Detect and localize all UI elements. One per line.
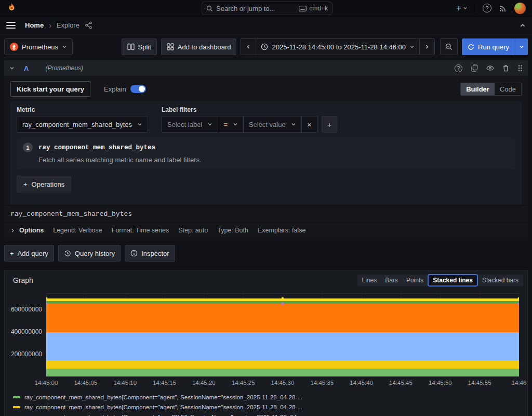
graph-panel: Graph LinesBarsPointsStacked linesStacke… (4, 270, 528, 416)
x-axis-label: 14:46 (512, 380, 527, 386)
series-band (46, 332, 519, 360)
query-row-header[interactable]: A (Prometheus) ? (4, 60, 528, 76)
legend-label: ray_component_mem_shared_bytes{Component… (24, 414, 304, 416)
explain-label: Explain (104, 85, 126, 93)
panel-title: Graph (13, 276, 33, 284)
view-mode-stacked-lines[interactable]: Stacked lines (429, 275, 477, 285)
option-summary-item: Step: auto (178, 227, 208, 234)
x-axis-label: 14:45:10 (113, 380, 137, 386)
drag-handle-icon[interactable] (517, 64, 523, 72)
add-query-button[interactable]: + Add query (4, 245, 54, 262)
time-shift-forward-button[interactable] (419, 39, 434, 55)
duplicate-query-icon[interactable] (471, 64, 478, 72)
legend-item[interactable]: ray_component_mem_shared_bytes{Component… (13, 402, 527, 412)
legend-item[interactable]: ray_component_mem_shared_bytes{Component… (13, 412, 527, 416)
metric-select[interactable]: ray_component_mem_shared_bytes (17, 116, 148, 133)
x-axis-label: 14:45:55 (468, 380, 491, 386)
x-axis-label: 14:45:50 (429, 380, 452, 386)
zoom-out-time-button[interactable] (440, 38, 458, 55)
legend-item[interactable]: ray_component_mem_shared_bytes{Component… (13, 392, 527, 402)
time-range-control: 2025-11-28 14:45:00 to 2025-11-28 14:46:… (241, 38, 435, 55)
grafana-logo-icon[interactable] (6, 3, 17, 14)
metric-label: Metric (17, 106, 148, 113)
y-axis-label: 200000000 (11, 350, 42, 358)
x-axis-label: 14:45:35 (310, 380, 334, 386)
search-input[interactable]: Search or jump to... cmd+k (202, 2, 332, 15)
plus-icon: + (10, 250, 14, 257)
time-range-text: 2025-11-28 14:45:00 to 2025-11-28 14:46:… (272, 43, 406, 51)
query-history-button[interactable]: Query history (58, 245, 121, 262)
add-filter-button[interactable]: + (322, 116, 337, 133)
view-mode-lines[interactable]: Lines (358, 275, 381, 285)
chart: 200000000400000000600000000 (9, 293, 519, 376)
operator-dropdown[interactable]: = (218, 116, 244, 133)
inspector-button[interactable]: Inspector (125, 245, 175, 262)
query-row-body: Kick start your query Explain Builder Co… (4, 76, 528, 205)
breadcrumb-current[interactable]: Explore (57, 21, 79, 29)
explain-toggle[interactable] (130, 85, 146, 93)
search-icon (206, 5, 213, 12)
refresh-icon (468, 44, 474, 50)
x-axis-label: 14:45:25 (232, 380, 255, 386)
remove-filter-button[interactable]: × (302, 116, 317, 133)
time-range-picker[interactable]: 2025-11-28 14:45:00 to 2025-11-28 14:46:… (256, 39, 419, 55)
label-filters-field: Label filters Select label = (162, 106, 337, 133)
operations-button[interactable]: + Operations (17, 176, 71, 192)
step-metric-name: ray_component_mem_shared_bytes (38, 144, 155, 151)
datasource-picker[interactable]: Prometheus (4, 38, 73, 55)
builder-mode-button[interactable]: Builder (461, 83, 495, 95)
y-axis: 200000000400000000600000000 (9, 293, 46, 376)
breadcrumb-separator: › (49, 21, 51, 30)
view-mode-stacked-bars[interactable]: Stacked bars (478, 275, 523, 285)
run-query-dropdown[interactable] (515, 38, 528, 55)
remove-query-icon[interactable] (502, 64, 509, 72)
user-avatar[interactable] (514, 3, 526, 14)
step-description: Fetch all series matching metric name an… (38, 156, 509, 164)
options-summary: Legend: VerboseFormat: Time seriesStep: … (53, 227, 305, 234)
explain-panel: 1 ray_component_mem_shared_bytes Fetch a… (17, 138, 515, 170)
y-axis-label: 600000000 (11, 306, 42, 313)
query-datasource-hint: (Prometheus) (45, 64, 83, 72)
split-button[interactable]: Split (122, 38, 157, 55)
option-summary-item: Type: Both (217, 227, 248, 234)
query-help-icon[interactable]: ? (455, 64, 462, 72)
select-label-dropdown[interactable]: Select label (162, 116, 218, 133)
divider (475, 4, 475, 13)
kick-start-button[interactable]: Kick start your query (10, 81, 90, 97)
plus-icon: + (23, 180, 28, 188)
collapse-query-icon[interactable] (9, 66, 15, 71)
history-icon (64, 250, 71, 257)
run-query-button[interactable]: Run query (462, 38, 528, 55)
plus-icon: + (456, 4, 461, 12)
code-mode-button[interactable]: Code (495, 83, 521, 95)
share-icon[interactable] (85, 21, 92, 29)
point-marker (518, 297, 520, 300)
time-shift-back-button[interactable] (241, 39, 256, 55)
collapse-top-icon[interactable] (520, 22, 526, 29)
breadcrumb-bar: Home › Explore (0, 17, 532, 34)
raw-query-preview: ray_component_mem_shared_bytes (4, 206, 528, 222)
new-menu-button[interactable]: + (456, 4, 468, 12)
view-mode-points[interactable]: Points (402, 275, 428, 285)
query-ref-id[interactable]: A (24, 64, 29, 72)
menu-toggle-icon[interactable] (6, 21, 16, 30)
help-icon[interactable]: ? (483, 4, 491, 12)
option-summary-item: Exemplars: false (258, 227, 305, 234)
x-axis-label: 14:45:45 (389, 380, 413, 386)
select-value-dropdown[interactable]: Select value (244, 116, 302, 133)
add-to-dashboard-button[interactable]: Add to dashboard (161, 38, 237, 55)
hide-query-icon[interactable] (486, 65, 494, 71)
legend-swatch (13, 396, 20, 398)
view-mode-bars[interactable]: Bars (381, 275, 402, 285)
point-marker (282, 303, 284, 305)
search-placeholder: Search or jump to... (216, 5, 296, 12)
label-filters-label: Label filters (162, 106, 337, 113)
option-summary-item: Legend: Verbose (53, 227, 102, 234)
view-mode-group: LinesBarsPointsStacked linesStacked bars (357, 275, 524, 286)
news-rss-icon[interactable] (499, 4, 507, 12)
breadcrumb-home[interactable]: Home (25, 21, 44, 29)
options-toggle[interactable]: Options (10, 227, 44, 234)
options-label: Options (19, 227, 44, 234)
zoom-out-icon (445, 43, 453, 50)
plot-area[interactable] (46, 293, 519, 376)
